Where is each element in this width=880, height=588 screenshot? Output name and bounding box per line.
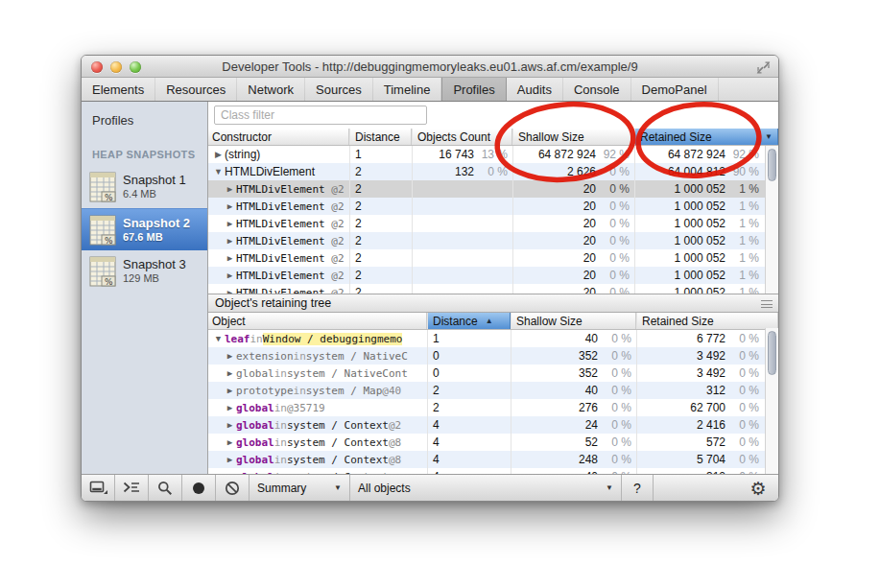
shallow-size-cell: 520 % [511, 434, 636, 451]
dock-side-button[interactable] [82, 475, 114, 501]
expander-icon[interactable]: ▶ [224, 253, 236, 263]
retaining-tree-title: Object's retaining tree [215, 296, 331, 310]
objects-count-cell [412, 232, 512, 249]
view-mode-select[interactable]: Summary ▼ [250, 475, 349, 501]
retained-percent: 1 % [725, 286, 764, 294]
retaining-tree-scrollbar[interactable] [765, 328, 778, 476]
object-filter-select[interactable]: All objects ▼ [350, 475, 621, 501]
table-row[interactable]: ▶global in @3571922760 %62 7000 % [208, 399, 778, 416]
table-row[interactable]: ▶HTMLDivElement @22200 %1 000 0521 % [208, 180, 778, 198]
rt-column-header-distance[interactable]: Distance▲ [427, 313, 511, 329]
tab-sources[interactable]: Sources [305, 78, 373, 101]
retainer-text: @35719 [287, 402, 325, 414]
column-header-constructor[interactable]: Constructor [208, 129, 349, 145]
retained-size-cell: 3 4920 % [636, 347, 764, 365]
retained-value: 64 872 924 [635, 148, 725, 161]
column-header-objects-count[interactable]: Objects Count [412, 129, 512, 145]
tab-demopanel[interactable]: DemoPanel [631, 78, 719, 101]
record-heap-button[interactable] [182, 475, 215, 501]
expander-icon[interactable]: ▶ [224, 184, 236, 194]
shallow-size-cell: 200 % [512, 267, 634, 284]
heap-snapshot-icon: % [89, 172, 116, 202]
objects-count-cell [412, 284, 512, 294]
retainer-text: system / Context [287, 419, 389, 432]
distance-cell: 2 [427, 382, 511, 399]
column-header-retained-size[interactable]: Retained Size▼ [634, 129, 778, 145]
rt-column-header-object[interactable]: Object [208, 313, 427, 329]
svg-text:%: % [105, 236, 113, 246]
tab-network[interactable]: Network [237, 78, 305, 101]
table-row[interactable]: ▶HTMLDivElement @22200 %1 000 0521 % [208, 267, 778, 284]
tab-timeline[interactable]: Timeline [373, 78, 442, 101]
sort-desc-icon: ▼ [765, 132, 773, 141]
expander-icon[interactable]: ▶ [224, 368, 236, 378]
search-button[interactable] [149, 475, 181, 501]
title-bar[interactable]: Developer Tools - http://debuggingmemory… [82, 56, 778, 78]
tab-resources[interactable]: Resources [155, 78, 237, 101]
retainer-text: system / Context [287, 454, 389, 466]
expander-icon[interactable]: ▶ [224, 386, 236, 395]
expander-icon[interactable]: ▶ [212, 150, 225, 159]
column-header-shallow-size[interactable]: Shallow Size [512, 129, 634, 145]
shallow-value: 2 626 [513, 165, 596, 178]
console-drawer-button[interactable] [115, 475, 148, 501]
expander-icon[interactable]: ▶ [224, 403, 236, 412]
retained-size-cell: 1 000 0521 % [634, 284, 764, 294]
table-row[interactable]: ▶global in system / Context @84520 %5720… [208, 434, 778, 451]
help-button[interactable]: ? [622, 475, 653, 501]
table-row[interactable]: ▶global in system / Context @24240 %2 41… [208, 416, 778, 434]
rt-column-header-retained-size[interactable]: Retained Size [636, 313, 778, 329]
table-row[interactable]: ▶(string)116 74313 %64 872 92492 %64 872… [208, 146, 778, 163]
retained-size-cell: 1 000 0521 % [634, 249, 764, 267]
constructor-name: HTMLDivElement [236, 287, 325, 294]
table-row[interactable]: ▼HTMLDivElement21320 %2 6260 %64 004 812… [208, 163, 778, 180]
shallow-percent: 0 % [596, 269, 634, 282]
count-percent: 0 % [474, 165, 512, 178]
sidebar-item-snapshot-1[interactable]: %Snapshot 16.4 MB [82, 166, 207, 208]
column-header-distance[interactable]: Distance [349, 129, 412, 145]
table-row[interactable]: ▶HTMLDivElement @22200 %1 000 0521 % [208, 249, 778, 267]
table-row[interactable]: ▶HTMLDivElement @22200 %1 000 0521 % [208, 284, 778, 294]
retaining-tree-header-bar[interactable]: Object's retaining tree [208, 294, 778, 313]
expander-icon[interactable]: ▶ [224, 455, 236, 464]
resize-corner-icon[interactable] [756, 60, 771, 75]
settings-button[interactable]: ⚙ [738, 475, 778, 501]
expander-icon[interactable]: ▶ [224, 236, 236, 246]
scrollbar-thumb[interactable] [768, 149, 776, 181]
sidebar-item-snapshot-3[interactable]: %Snapshot 3129 MB [82, 250, 207, 293]
chevron-down-icon: ▼ [334, 483, 342, 492]
objects-count-cell [412, 249, 512, 267]
tab-profiles[interactable]: Profiles [441, 78, 506, 101]
object-cell: ▶global in system / Context @8 [208, 451, 427, 468]
expander-icon[interactable]: ▶ [224, 351, 236, 361]
expander-icon[interactable]: ▶ [224, 420, 236, 430]
table-row[interactable]: ▶global in system / Context @842480 %5 7… [208, 451, 778, 468]
expander-icon[interactable]: ▶ [224, 437, 236, 447]
sidebar-item-snapshot-2[interactable]: %Snapshot 267.6 MB [82, 208, 207, 250]
expander-icon[interactable]: ▶ [224, 219, 236, 228]
table-row[interactable]: ▶prototype in system / Map @402400 %3120… [208, 382, 778, 399]
table-row[interactable]: ▶global in system / NativeCont03520 %3 4… [208, 365, 778, 382]
clear-button[interactable] [216, 475, 249, 501]
expander-icon[interactable]: ▶ [224, 270, 236, 280]
constructor-scrollbar[interactable] [765, 146, 778, 294]
scrollbar-thumb[interactable] [768, 331, 776, 375]
table-row[interactable]: ▶HTMLDivElement @22200 %1 000 0521 % [208, 232, 778, 249]
sidebar-title: Profiles [82, 102, 207, 128]
expander-icon[interactable]: ▼ [212, 334, 225, 343]
expander-icon[interactable]: ▼ [212, 167, 225, 176]
tab-elements[interactable]: Elements [82, 78, 155, 101]
drag-grip-icon[interactable] [761, 300, 773, 308]
tab-audits[interactable]: Audits [507, 78, 563, 101]
retainer-text: leaf [225, 333, 250, 345]
table-row[interactable]: ▼leaf in Window / debuggingmemo1400 %6 7… [208, 330, 778, 347]
help-label: ? [633, 481, 641, 496]
class-filter-input[interactable] [214, 106, 427, 125]
table-row[interactable]: ▶extension in system / NativeC03520 %3 4… [208, 347, 778, 365]
retainer-text: Window / debuggingmemo [263, 333, 403, 345]
expander-icon[interactable]: ▶ [224, 201, 236, 211]
tab-console[interactable]: Console [563, 78, 631, 101]
table-row[interactable]: ▶HTMLDivElement @22200 %1 000 0521 % [208, 198, 778, 215]
table-row[interactable]: ▶HTMLDivElement @22200 %1 000 0521 % [208, 215, 778, 232]
rt-column-header-shallow-size[interactable]: Shallow Size [511, 313, 636, 329]
